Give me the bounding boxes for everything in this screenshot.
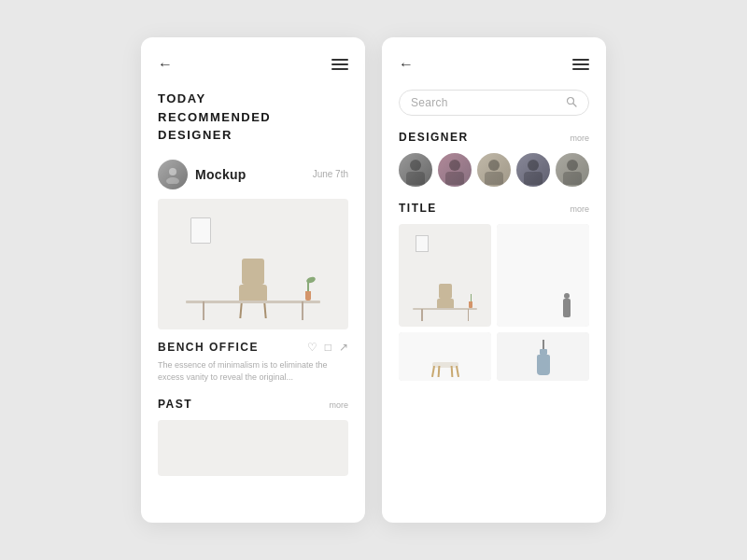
right-menu-icon[interactable] (572, 59, 589, 70)
title-more-link[interactable]: more (570, 204, 589, 214)
title-grid-right (497, 224, 589, 381)
designer-section-header: Designer more (399, 131, 589, 144)
past-label: PAST (158, 398, 192, 411)
share-icon[interactable]: ↗ (339, 341, 348, 354)
svg-point-1 (166, 177, 179, 184)
designer-avatar-3[interactable] (477, 153, 511, 187)
left-back-icon[interactable]: ← (158, 56, 173, 73)
search-icon (566, 96, 577, 109)
designer-avatar-1[interactable] (399, 153, 432, 187)
designer-avatar-2[interactable] (438, 153, 472, 187)
hero-image (158, 199, 348, 329)
left-menu-icon[interactable] (331, 59, 348, 70)
title-grid (399, 224, 589, 381)
grid-image-chair[interactable] (399, 332, 491, 381)
article-title-row: BENCH OFFICE ♡ □ ↗ (158, 341, 348, 354)
author-name: Mockup (195, 167, 247, 182)
svg-line-3 (573, 104, 576, 106)
left-phone-card: ← TODAY RECOMMENDED DESIGNER Mockup June… (141, 37, 365, 523)
svg-point-2 (568, 98, 574, 105)
designer-label: Designer (399, 131, 469, 144)
past-thumbnail (158, 420, 348, 476)
left-nav: ← (158, 56, 348, 73)
search-bar[interactable]: Search (399, 90, 589, 116)
grid-image-vase[interactable] (497, 332, 589, 381)
past-more-link[interactable]: more (329, 400, 348, 410)
designer-avatars (399, 153, 589, 187)
avatar (158, 160, 188, 189)
right-phone-card: ← Search Designer more (382, 37, 606, 523)
title-section-header: Title more (399, 202, 589, 215)
designer-more-link[interactable]: more (570, 133, 589, 143)
article-date: June 7th (313, 169, 348, 179)
page-heading: TODAY RECOMMENDED DESIGNER (158, 90, 348, 145)
past-section-header: PAST more (158, 398, 348, 411)
author-row: Mockup June 7th (158, 160, 348, 189)
author-info: Mockup (158, 160, 247, 189)
title-label: Title (399, 202, 437, 215)
designer-avatar-5[interactable] (556, 153, 589, 187)
title-grid-left (399, 224, 491, 381)
like-icon[interactable]: ♡ (307, 341, 317, 354)
designer-avatar-4[interactable] (516, 153, 550, 187)
right-back-icon[interactable]: ← (399, 56, 414, 73)
action-icons: ♡ □ ↗ (307, 341, 348, 354)
article-description: The essence of minimalism is to eliminat… (158, 359, 348, 385)
grid-image-figure[interactable] (497, 224, 589, 327)
svg-point-0 (169, 168, 176, 175)
search-placeholder-text: Search (411, 96, 560, 109)
grid-image-desk[interactable] (399, 224, 491, 327)
comment-icon[interactable]: □ (325, 341, 331, 354)
article-title: BENCH OFFICE (158, 341, 259, 354)
right-nav: ← (399, 56, 589, 73)
